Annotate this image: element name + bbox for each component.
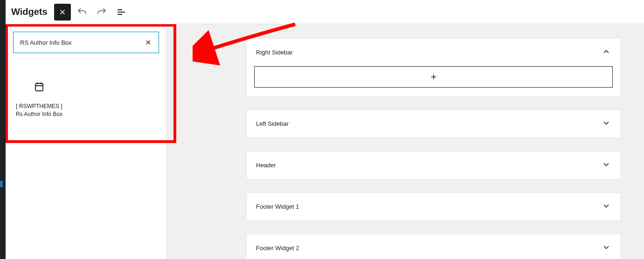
admin-menu-collapsed	[0, 0, 6, 259]
block-result-label: [ RSWPTHEMES ] Rs Author Info Box	[14, 102, 64, 118]
widget-area-toggle[interactable]: Right Sidebar	[247, 39, 620, 66]
clear-search-button[interactable]	[142, 36, 155, 49]
chevron-up-icon	[602, 47, 611, 58]
widget-area-toggle[interactable]: Header	[247, 151, 620, 179]
block-inserter-panel: [ RSWPTHEMES ] Rs Author Info Box	[6, 24, 167, 259]
block-search-input[interactable]	[20, 39, 142, 46]
page-title: Widgets	[11, 7, 48, 17]
add-block-button[interactable]	[254, 66, 613, 88]
chevron-down-icon	[602, 160, 611, 170]
widget-area-toggle[interactable]: Footer Widget 2	[247, 234, 620, 259]
chevron-down-icon	[602, 243, 611, 253]
widget-area-left-sidebar: Left Sidebar	[246, 109, 621, 138]
header-bar: Widgets	[6, 0, 644, 24]
close-inserter-button[interactable]	[54, 4, 71, 20]
widget-area-title: Left Sidebar	[256, 120, 289, 127]
widget-area-header-area: Header	[246, 151, 621, 179]
block-result-item[interactable]: [ RSWPTHEMES ] Rs Author Info Box	[14, 81, 64, 118]
widget-area-title: Header	[256, 162, 276, 169]
widget-area-toggle[interactable]: Footer Widget 1	[247, 193, 620, 220]
widget-area-title: Footer Widget 1	[256, 203, 299, 210]
chevron-down-icon	[602, 118, 611, 129]
search-field-wrap	[13, 32, 159, 53]
widget-area-footer-2: Footer Widget 2	[246, 234, 621, 259]
list-view-button[interactable]	[113, 4, 130, 20]
widget-area-right-sidebar: Right Sidebar	[246, 38, 621, 96]
widget-area-title: Right Sidebar	[256, 49, 293, 56]
widget-area-title: Footer Widget 2	[256, 245, 299, 252]
widget-area-footer-1: Footer Widget 1	[246, 192, 621, 221]
chevron-down-icon	[602, 201, 611, 212]
calendar-icon	[34, 86, 45, 94]
redo-button[interactable]	[93, 4, 110, 20]
svg-rect-0	[35, 83, 43, 91]
widget-area-body	[247, 66, 620, 96]
undo-button[interactable]	[74, 4, 90, 20]
widget-areas-canvas: Right Sidebar Left Sidebar	[167, 24, 644, 259]
widget-area-toggle[interactable]: Left Sidebar	[247, 110, 620, 137]
